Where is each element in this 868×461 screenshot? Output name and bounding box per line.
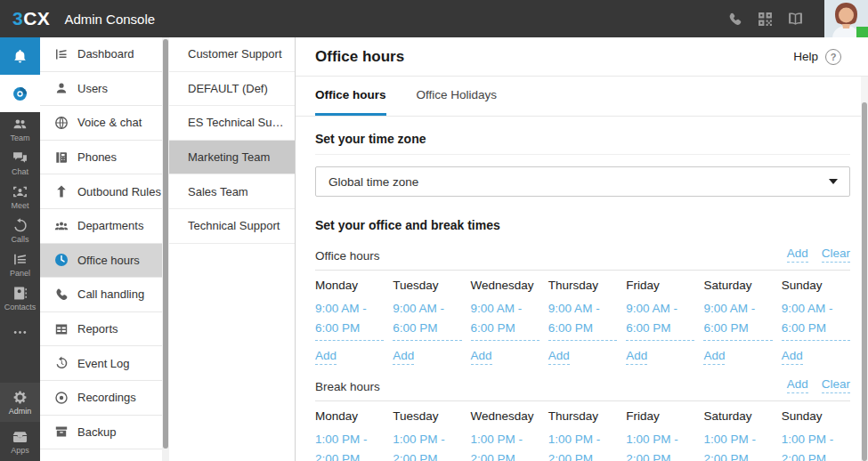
menu-item-backup[interactable]: Backup	[40, 416, 162, 450]
page-title: Office hours	[315, 48, 404, 66]
break-add-link[interactable]: Add	[787, 377, 808, 393]
menu-item-reports[interactable]: Reports	[40, 312, 162, 347]
time-range-link[interactable]: 9:00 AM - 6:00 PM	[548, 299, 617, 341]
list-item-customer-support[interactable]: Customer Support	[169, 37, 295, 72]
table-icon	[53, 321, 69, 336]
time-range-link[interactable]: 9:00 AM - 6:00 PM	[782, 299, 850, 341]
rail-label: Admin	[9, 407, 32, 416]
menu-item-label: Event Log	[77, 357, 130, 370]
rail-label: Calls	[11, 235, 28, 244]
list-item-marketing-team[interactable]: Marketing Team	[169, 141, 295, 175]
time-range-link[interactable]: 9:00 AM - 6:00 PM	[393, 299, 461, 341]
day-label: Thursday	[548, 409, 617, 423]
menu-item-voice-chat[interactable]: Voice & chat	[40, 106, 162, 141]
add-time-link[interactable]: Add	[626, 349, 647, 365]
list-item-label: ES Technical Su…	[188, 116, 283, 129]
department-list: Customer Support DEFAULT (Def) ES Techni…	[169, 37, 296, 461]
menu-item-outbound-rules[interactable]: Outbound Rules	[40, 174, 162, 209]
day-label: Tuesday	[393, 279, 461, 292]
menu-item-office-hours[interactable]: Office hours	[40, 244, 162, 279]
timezone-select[interactable]: Global time zone	[315, 166, 850, 197]
menu-item-dashboard[interactable]: Dashboard	[40, 37, 162, 72]
menu-item-departments[interactable]: Departments	[40, 209, 162, 244]
dashboard-icon	[53, 46, 69, 61]
day-label: Friday	[626, 409, 694, 423]
more-icon[interactable]	[0, 315, 40, 349]
rail-item-team[interactable]: Team	[0, 112, 40, 146]
menu-item-call-handling[interactable]: Call handling	[40, 278, 162, 312]
office-clear-link[interactable]: Clear	[822, 247, 850, 263]
day-label: Monday	[315, 279, 384, 292]
history-icon	[53, 356, 69, 371]
page-header: Office hours Help ?	[296, 37, 868, 77]
archive-icon	[53, 425, 69, 440]
rail-item-apps[interactable]: Apps	[0, 422, 40, 461]
clock-icon	[53, 253, 69, 268]
time-range-link[interactable]: 1:00 PM - 2:00 PM	[626, 430, 694, 461]
list-item-es-technical-support[interactable]: ES Technical Su…	[169, 106, 295, 141]
list-item-sales-team[interactable]: Sales Team	[169, 174, 295, 209]
add-time-link[interactable]: Add	[703, 349, 725, 365]
time-range-link[interactable]: 1:00 PM - 2:00 PM	[393, 430, 461, 461]
rail-item-admin[interactable]: Admin	[0, 383, 40, 422]
time-range-link[interactable]: 1:00 PM - 2:00 PM	[315, 430, 384, 461]
user-avatar[interactable]	[824, 0, 868, 37]
time-range-link[interactable]: 9:00 AM - 6:00 PM	[315, 299, 384, 341]
add-time-link[interactable]: Add	[471, 349, 492, 365]
content-scrollbar-thumb[interactable]	[862, 102, 867, 461]
book-icon[interactable]	[780, 0, 810, 37]
day-label: Friday	[626, 279, 694, 292]
time-range-link[interactable]: 1:00 PM - 2:00 PM	[782, 430, 850, 461]
phone-icon[interactable]	[719, 0, 750, 37]
rail-label: Chat	[12, 167, 28, 176]
help-link[interactable]: Help ?	[793, 49, 841, 65]
record-icon	[53, 390, 69, 405]
menu-item-users[interactable]: Users	[40, 72, 162, 107]
menu-item-label: Outbound Rules	[77, 185, 161, 198]
desk-phone-icon	[53, 150, 69, 165]
rail-label: Panel	[10, 269, 30, 278]
day-column: Saturday 9:00 AM - 6:00 PM Add	[703, 279, 772, 363]
menu-item-label: Call handling	[77, 287, 144, 301]
qr-code-icon[interactable]	[750, 0, 780, 37]
add-time-link[interactable]: Add	[782, 349, 803, 365]
list-item-default[interactable]: DEFAULT (Def)	[169, 72, 295, 107]
menu-item-event-log[interactable]: Event Log	[40, 346, 162, 381]
time-range-link[interactable]: 9:00 AM - 6:00 PM	[703, 299, 772, 341]
rail-item-meet[interactable]: Meet	[0, 180, 40, 214]
notifications-bell-icon[interactable]	[0, 37, 40, 75]
top-bar: 3CX Admin Console	[0, 0, 868, 37]
tab-office-holidays[interactable]: Office Holidays	[417, 77, 498, 116]
time-range-link[interactable]: 9:00 AM - 6:00 PM	[471, 299, 539, 341]
rail-item-calls[interactable]: Calls	[0, 214, 40, 247]
add-time-link[interactable]: Add	[393, 349, 414, 365]
menu-item-recordings[interactable]: Recordings	[40, 381, 162, 416]
office-hours-label: Office hours	[315, 249, 380, 263]
list-item-technical-support[interactable]: Technical Support	[169, 209, 295, 244]
up-arrow-icon	[53, 184, 69, 199]
add-time-link[interactable]: Add	[548, 349, 570, 365]
web-client-icon[interactable]	[0, 75, 40, 112]
menu-item-phones[interactable]: Phones	[40, 141, 162, 175]
time-range-link[interactable]: 1:00 PM - 2:00 PM	[548, 430, 617, 461]
app-title: Admin Console	[64, 12, 155, 27]
menu-item-label: Backup	[77, 425, 116, 439]
office-add-link[interactable]: Add	[787, 247, 808, 263]
menu-scrollbar[interactable]	[162, 37, 169, 461]
add-time-link[interactable]: Add	[315, 349, 337, 365]
tab-office-hours[interactable]: Office hours	[315, 77, 386, 116]
time-range-link[interactable]: 1:00 PM - 2:00 PM	[703, 430, 772, 461]
rail-item-panel[interactable]: Panel	[0, 247, 40, 281]
help-icon: ?	[825, 49, 841, 65]
time-range-link[interactable]: 1:00 PM - 2:00 PM	[471, 430, 539, 461]
day-column: Friday 1:00 PM - 2:00 PM Add	[626, 409, 694, 461]
rail-item-chat[interactable]: Chat	[0, 146, 40, 180]
break-clear-link[interactable]: Clear	[822, 377, 850, 393]
menu-scrollbar-thumb[interactable]	[163, 39, 168, 449]
content-scrollbar[interactable]	[861, 77, 868, 461]
status-badge	[856, 27, 868, 37]
rail-item-contacts[interactable]: Contacts	[0, 281, 40, 315]
day-column: Monday 1:00 PM - 2:00 PM Add	[315, 409, 384, 461]
office-hours-grid: Monday 9:00 AM - 6:00 PM Add Tuesday 9:0…	[315, 279, 850, 363]
time-range-link[interactable]: 9:00 AM - 6:00 PM	[626, 299, 694, 341]
